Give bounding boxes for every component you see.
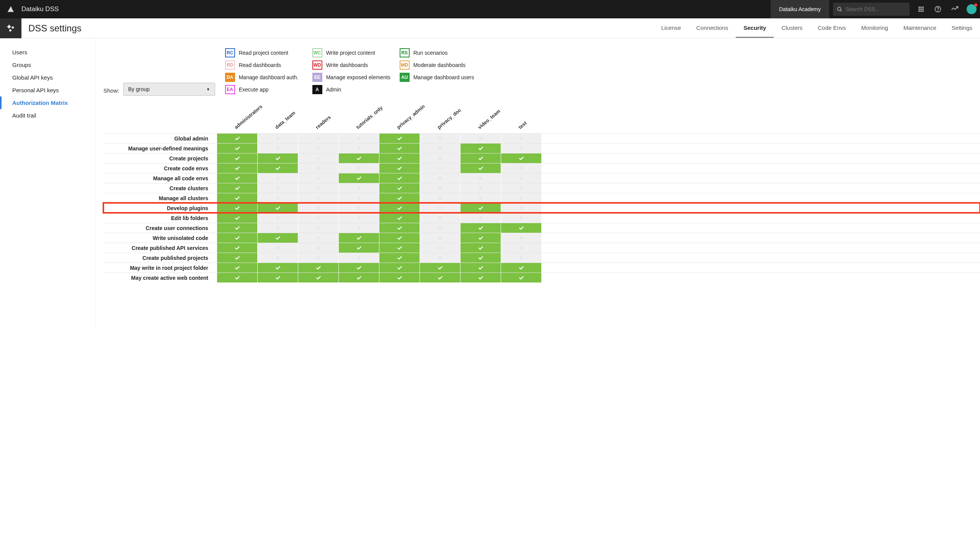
show-select[interactable]: By group ▼ [123,83,215,96]
matrix-cell[interactable] [379,233,420,243]
matrix-cell[interactable] [298,253,338,263]
tab-clusters[interactable]: Clusters [774,18,810,38]
matrix-cell[interactable] [217,243,257,253]
matrix-cell[interactable] [217,213,257,223]
sidebar-item-users[interactable]: Users [0,46,95,59]
matrix-cell[interactable] [338,263,379,273]
matrix-cell[interactable] [217,163,257,173]
matrix-cell[interactable] [501,153,541,163]
matrix-cell[interactable] [501,213,541,223]
matrix-cell[interactable] [338,203,379,213]
matrix-cell[interactable] [501,134,541,143]
matrix-cell[interactable] [217,223,257,233]
matrix-cell[interactable] [501,273,541,282]
matrix-cell[interactable] [379,173,420,183]
matrix-cell[interactable] [298,144,338,153]
matrix-cell[interactable] [460,193,501,203]
matrix-cell[interactable] [217,173,257,183]
matrix-cell[interactable] [257,263,298,273]
matrix-cell[interactable] [257,153,298,163]
matrix-cell[interactable] [298,243,338,253]
matrix-cell[interactable] [379,213,420,223]
search-input[interactable] [846,6,906,12]
matrix-cell[interactable] [217,134,257,143]
matrix-cell[interactable] [338,223,379,233]
help-icon[interactable] [929,0,946,18]
sidebar-item-global-api-keys[interactable]: Global API keys [0,71,95,84]
matrix-cell[interactable] [501,223,541,233]
matrix-cell[interactable] [420,144,460,153]
matrix-cell[interactable] [257,213,298,223]
matrix-cell[interactable] [257,144,298,153]
matrix-cell[interactable] [460,173,501,183]
academy-link[interactable]: Dataiku Academy [771,0,829,18]
matrix-cell[interactable] [460,134,501,143]
tab-license[interactable]: License [653,18,689,38]
matrix-cell[interactable] [217,153,257,163]
matrix-cell[interactable] [338,134,379,143]
matrix-cell[interactable] [420,163,460,173]
matrix-cell[interactable] [501,253,541,263]
matrix-cell[interactable] [257,253,298,263]
tab-security[interactable]: Security [736,18,774,38]
tab-maintenance[interactable]: Maintenance [896,18,944,38]
matrix-cell[interactable] [298,203,338,213]
matrix-cell[interactable] [379,193,420,203]
user-avatar[interactable] [963,0,980,18]
matrix-cell[interactable] [501,203,541,213]
matrix-cell[interactable] [460,253,501,263]
matrix-cell[interactable] [379,144,420,153]
matrix-cell[interactable] [298,163,338,173]
tab-monitoring[interactable]: Monitoring [854,18,896,38]
matrix-cell[interactable] [298,273,338,282]
matrix-cell[interactable] [501,144,541,153]
matrix-cell[interactable] [460,273,501,282]
matrix-cell[interactable] [420,183,460,193]
matrix-cell[interactable] [460,183,501,193]
matrix-cell[interactable] [420,134,460,143]
matrix-cell[interactable] [420,193,460,203]
matrix-cell[interactable] [338,193,379,203]
matrix-cell[interactable] [460,153,501,163]
matrix-cell[interactable] [298,263,338,273]
matrix-cell[interactable] [338,144,379,153]
matrix-cell[interactable] [257,223,298,233]
matrix-cell[interactable] [420,213,460,223]
matrix-cell[interactable] [338,233,379,243]
matrix-cell[interactable] [217,144,257,153]
activity-icon[interactable] [946,0,963,18]
matrix-cell[interactable] [379,183,420,193]
matrix-cell[interactable] [379,134,420,143]
matrix-cell[interactable] [298,173,338,183]
matrix-cell[interactable] [420,173,460,183]
matrix-cell[interactable] [217,253,257,263]
matrix-cell[interactable] [257,173,298,183]
matrix-cell[interactable] [501,173,541,183]
matrix-cell[interactable] [460,263,501,273]
matrix-cell[interactable] [460,233,501,243]
matrix-cell[interactable] [379,263,420,273]
matrix-cell[interactable] [338,213,379,223]
sidebar-item-authorization-matrix[interactable]: Authorization Matrix [0,96,95,109]
matrix-cell[interactable] [217,273,257,282]
matrix-cell[interactable] [338,163,379,173]
matrix-cell[interactable] [338,273,379,282]
matrix-cell[interactable] [338,243,379,253]
matrix-cell[interactable] [420,253,460,263]
matrix-cell[interactable] [460,203,501,213]
matrix-cell[interactable] [379,243,420,253]
matrix-cell[interactable] [217,203,257,213]
matrix-cell[interactable] [379,253,420,263]
sidebar-item-groups[interactable]: Groups [0,59,95,71]
matrix-cell[interactable] [298,183,338,193]
sidebar-item-audit-trail[interactable]: Audit trail [0,109,95,122]
matrix-cell[interactable] [501,243,541,253]
matrix-cell[interactable] [338,153,379,163]
tab-connections[interactable]: Connections [689,18,736,38]
matrix-cell[interactable] [298,134,338,143]
matrix-cell[interactable] [298,193,338,203]
matrix-cell[interactable] [420,243,460,253]
matrix-cell[interactable] [379,203,420,213]
matrix-cell[interactable] [420,273,460,282]
matrix-cell[interactable] [420,203,460,213]
